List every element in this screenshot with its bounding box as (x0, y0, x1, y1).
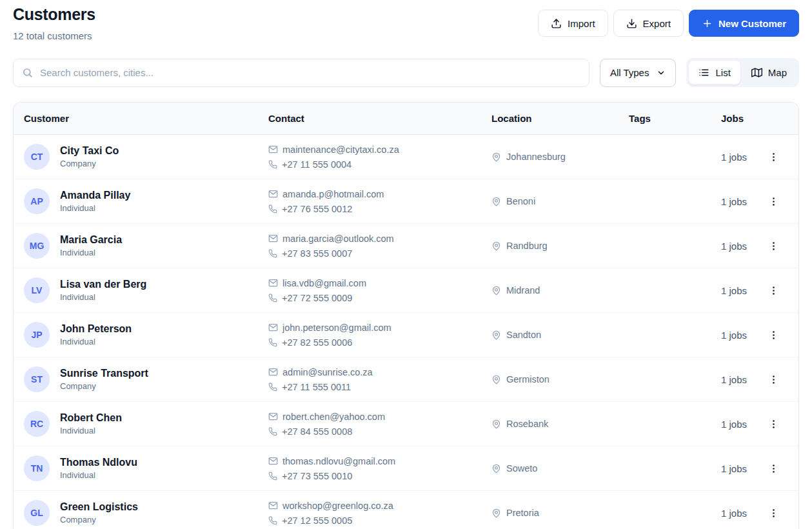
envelope-icon (268, 189, 278, 199)
table-row[interactable]: CT City Taxi Co Company maintenance@city… (14, 135, 798, 179)
customer-name: Thomas Ndlovu (60, 457, 137, 468)
envelope-icon (268, 367, 278, 377)
kebab-menu-icon (768, 196, 779, 207)
export-button-label: Export (643, 18, 671, 29)
customer-name: Maria Garcia (60, 234, 122, 246)
contact-cell: thomas.ndlovu@gmail.com +27 73 555 0010 (268, 456, 491, 481)
table-row[interactable]: RC Robert Chen Individual robert.chen@ya… (14, 402, 798, 446)
row-menu-button[interactable] (764, 504, 783, 523)
customer-location: Sandton (506, 330, 541, 340)
envelope-icon (268, 323, 278, 332)
location-cell: Pretoria (491, 508, 629, 518)
customer-phone: +27 73 555 0010 (282, 471, 352, 481)
kebab-menu-icon (768, 152, 779, 163)
table-row[interactable]: TN Thomas Ndlovu Individual thomas.ndlov… (14, 446, 798, 491)
row-menu-button[interactable] (764, 326, 783, 344)
customer-location: Midrand (506, 285, 540, 295)
customer-type: Company (60, 515, 138, 524)
customer-location: Pretoria (506, 508, 539, 518)
customer-name: Sunrise Transport (60, 368, 148, 379)
contact-cell: admin@sunrise.co.za +27 11 555 0011 (268, 367, 491, 392)
table-row[interactable]: MG Maria Garcia Individual maria.garcia@… (14, 224, 798, 268)
jobs-cell: 1 jobs (721, 463, 759, 474)
customer-identity: Maria Garcia Individual (60, 234, 122, 257)
contact-cell: workshop@greenlog.co.za +27 12 555 0005 (268, 501, 491, 526)
customer-cell: JP John Peterson Individual (24, 322, 268, 348)
table-row[interactable]: JP John Peterson Individual john.peterso… (14, 313, 798, 357)
export-button[interactable]: Export (613, 10, 684, 37)
row-menu-button[interactable] (764, 281, 783, 300)
customer-name: John Peterson (60, 323, 132, 335)
customer-cell: MG Maria Garcia Individual (24, 233, 268, 259)
jobs-cell: 1 jobs (721, 241, 759, 252)
search-icon (22, 67, 33, 78)
customer-email: admin@sunrise.co.za (282, 367, 373, 377)
email-line: amanda.p@hotmail.com (268, 189, 491, 199)
filter-toolbar: All Types List Map (13, 58, 799, 87)
customer-type: Individual (60, 203, 130, 213)
customer-identity: Robert Chen Individual (60, 412, 122, 435)
map-pin-icon (491, 419, 501, 429)
envelope-icon (268, 412, 278, 421)
new-customer-button[interactable]: New Customer (689, 10, 799, 37)
customer-identity: Amanda Pillay Individual (60, 190, 130, 213)
customer-identity: John Peterson Individual (60, 323, 132, 346)
customer-cell: CT City Taxi Co Company (24, 144, 268, 170)
email-line: john.peterson@gmail.com (268, 323, 491, 333)
row-menu-button[interactable] (764, 370, 783, 389)
avatar: CT (24, 144, 50, 170)
column-header-customer: Customer (24, 113, 268, 124)
customer-phone: +27 76 555 0012 (282, 204, 352, 214)
jobs-cell: 1 jobs (721, 419, 759, 430)
customer-table-body: CT City Taxi Co Company maintenance@city… (14, 135, 798, 529)
jobs-cell: 1 jobs (721, 330, 759, 341)
import-button[interactable]: Import (538, 10, 608, 37)
table-row[interactable]: ST Sunrise Transport Company admin@sunri… (14, 357, 798, 402)
customer-type: Individual (60, 470, 137, 480)
map-pin-icon (491, 508, 501, 518)
customer-cell: TN Thomas Ndlovu Individual (24, 455, 268, 481)
phone-icon (268, 338, 277, 347)
customer-identity: Thomas Ndlovu Individual (60, 457, 137, 480)
row-menu-button[interactable] (764, 415, 783, 434)
customer-cell: RC Robert Chen Individual (24, 411, 268, 437)
customers-page: Customers 12 total customers Import Expo… (0, 0, 812, 529)
row-menu-button[interactable] (764, 192, 783, 211)
page-title: Customers (13, 5, 95, 24)
envelope-icon (268, 234, 278, 243)
customer-location: Germiston (506, 374, 550, 384)
customer-location: Soweto (506, 463, 537, 474)
customer-table: Customer Contact Location Tags Jobs CT C… (13, 102, 799, 529)
customer-cell: GL Green Logistics Company (24, 500, 268, 526)
map-view-toggle[interactable]: Map (742, 61, 797, 85)
list-view-toggle[interactable]: List (689, 61, 740, 85)
location-cell: Soweto (491, 463, 629, 474)
kebab-menu-icon (768, 374, 779, 385)
search-box (13, 59, 589, 87)
table-row[interactable]: AP Amanda Pillay Individual amanda.p@hot… (14, 179, 798, 224)
email-line: maria.garcia@outlook.com (268, 234, 491, 244)
email-line: thomas.ndlovu@gmail.com (268, 456, 491, 466)
customer-identity: City Taxi Co Company (60, 145, 119, 168)
row-menu-button[interactable] (764, 459, 783, 478)
email-line: workshop@greenlog.co.za (268, 501, 491, 511)
table-row[interactable]: LV Lisa van der Berg Individual lisa.vdb… (14, 268, 798, 313)
location-cell: Benoni (491, 196, 629, 206)
customer-phone: +27 12 555 0005 (282, 515, 352, 526)
customer-type: Company (60, 381, 148, 391)
envelope-icon (268, 501, 278, 510)
row-menu-button[interactable] (764, 148, 783, 166)
list-view-label: List (715, 67, 730, 78)
phone-line: +27 11 555 0011 (268, 382, 491, 392)
row-menu-button[interactable] (764, 237, 783, 255)
envelope-icon (268, 145, 278, 154)
avatar: AP (24, 188, 50, 214)
type-filter-select[interactable]: All Types (600, 59, 677, 87)
location-cell: Germiston (491, 374, 629, 384)
jobs-cell: 1 jobs (721, 285, 759, 296)
email-line: admin@sunrise.co.za (268, 367, 491, 377)
search-input[interactable] (40, 67, 580, 78)
phone-line: +27 83 555 0007 (268, 248, 491, 259)
jobs-cell: 1 jobs (721, 196, 759, 207)
table-row[interactable]: GL Green Logistics Company workshop@gree… (14, 491, 798, 529)
